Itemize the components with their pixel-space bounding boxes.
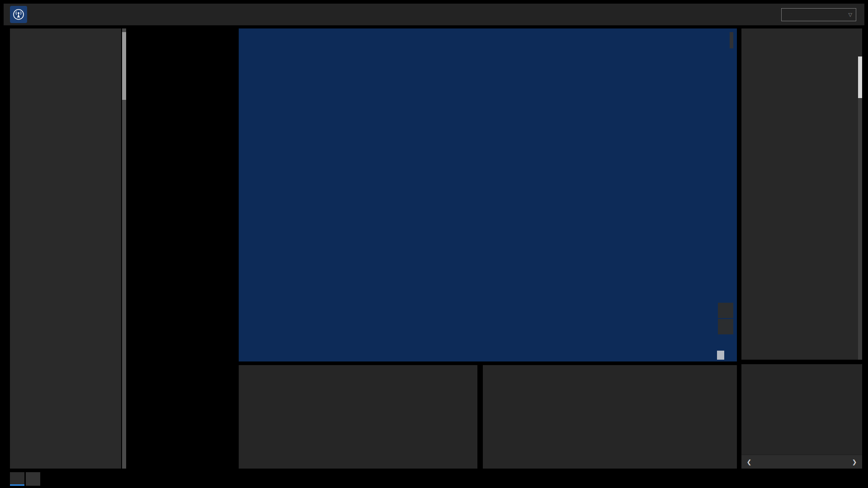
county-data-panel [741, 28, 862, 360]
coverage-map[interactable] [239, 28, 737, 361]
map-basemap [239, 28, 737, 361]
coverage-pager: ❮ ❯ [741, 455, 862, 469]
sidebar-scrollbar-thumb[interactable] [122, 32, 126, 100]
map-toolbar [730, 32, 733, 48]
county-list-scrollbar[interactable] [858, 56, 862, 360]
map-zoom-out-button[interactable] [718, 319, 733, 334]
county-panel-footer [741, 352, 858, 360]
map-zoom-in-button[interactable] [718, 303, 733, 318]
tab-dirs[interactable] [26, 472, 40, 486]
legend-sidebar [10, 28, 121, 469]
sidebar-scrollbar[interactable] [122, 28, 126, 469]
psaps-chart-panel [483, 365, 737, 469]
county-list-scrollbar-thumb[interactable] [858, 56, 862, 98]
county-panel-title [741, 28, 862, 37]
county-list [741, 56, 858, 336]
map-attribution [717, 351, 724, 360]
bottom-tab-bar [10, 472, 40, 486]
broadcast-tower-icon [10, 6, 27, 23]
triangle-down-icon: ▽ [849, 12, 852, 18]
chevron-left-icon[interactable]: ❮ [741, 459, 757, 465]
coverage-panel-title [741, 364, 862, 371]
tab-static[interactable] [10, 472, 24, 486]
cell-towers-chart-panel [239, 365, 477, 469]
chevron-right-icon[interactable]: ❯ [847, 459, 862, 465]
state-select-dropdown[interactable]: ▽ [781, 8, 856, 21]
coverage-panel: ❮ ❯ [741, 364, 862, 469]
app-header: ▽ [4, 4, 864, 25]
stat-cards-column [128, 28, 234, 469]
